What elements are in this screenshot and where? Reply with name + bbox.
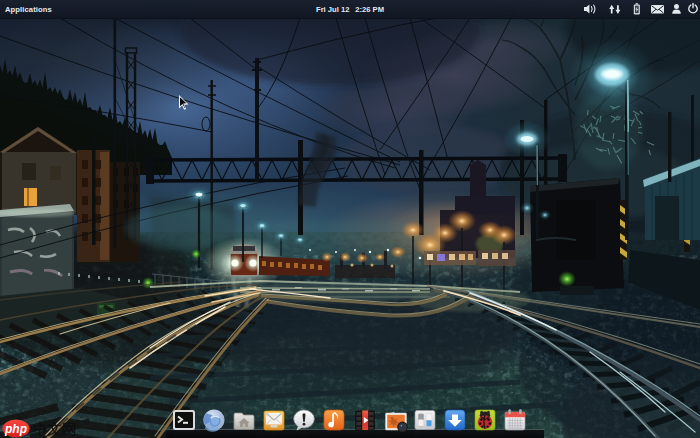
svg-text:中文网: 中文网 [33, 421, 77, 437]
svg-text:php: php [4, 422, 27, 436]
